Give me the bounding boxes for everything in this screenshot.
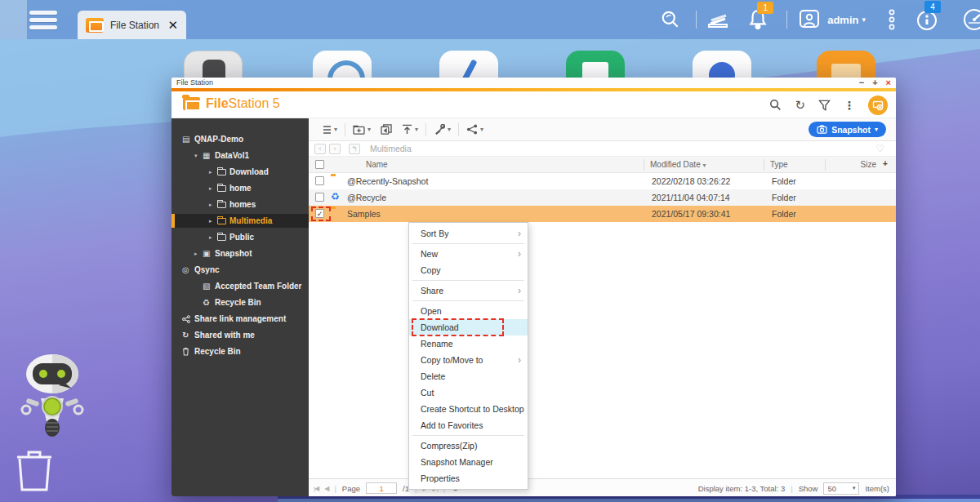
expand-caret-icon[interactable]: ▾ [194, 153, 198, 159]
menu-item-add-to-favorites[interactable]: Add to Favorites [409, 417, 528, 433]
tools-button[interactable]: ▾ [429, 121, 456, 139]
window-search-icon[interactable] [769, 99, 782, 111]
tree-item-download[interactable]: ▸ Download [172, 165, 309, 179]
copy-button[interactable] [376, 121, 397, 139]
column-header-size[interactable]: Size [831, 160, 876, 169]
window-close-button[interactable]: × [886, 78, 891, 87]
menu-item-sort-by[interactable]: Sort By› [409, 225, 528, 242]
view-mode-button[interactable]: ▾ [315, 121, 342, 139]
app-title: FileStation 5 [206, 96, 280, 111]
display-item-info: Display item: 1-3, Total: 3 [698, 484, 785, 493]
tree-item-recycle-bin[interactable]: Recycle Bin [172, 344, 309, 358]
file-row-recently-snapshot[interactable]: @Recently-Snapshot 2022/02/18 03:26:22 F… [309, 173, 896, 189]
tree-item-snapshot[interactable]: ▸ ▣ Snapshot [172, 247, 309, 260]
menu-item-open[interactable]: Open [409, 303, 528, 319]
share-button[interactable]: ▾ [461, 121, 488, 139]
row-checkbox[interactable] [315, 193, 324, 202]
tree-item-qsync[interactable]: ◎ Qsync [172, 263, 309, 277]
breadcrumb-path[interactable]: Multimedia [370, 144, 412, 153]
main-menu-icon[interactable] [29, 11, 57, 29]
file-station-tab[interactable]: File Station ✕ [78, 11, 186, 39]
row-checkbox[interactable] [315, 176, 324, 185]
collapse-caret-icon[interactable]: ▸ [209, 202, 212, 208]
column-header-modified[interactable]: Modified Date ▾ [650, 160, 706, 169]
menu-item-download[interactable]: Download [409, 319, 528, 335]
collapse-caret-icon[interactable]: ▸ [209, 185, 212, 192]
dashboard-gauge-icon[interactable] [960, 7, 980, 33]
favorite-heart-icon[interactable]: ♡ [875, 143, 884, 154]
menu-item-compress-zip[interactable]: Compress(Zip) [409, 438, 528, 454]
menu-item-cut[interactable]: Cut [409, 384, 528, 401]
collapse-caret-icon[interactable]: ▸ [194, 251, 198, 257]
notifications-bell-icon[interactable]: 1 [747, 8, 768, 31]
menu-item-rename[interactable]: Rename [409, 335, 528, 352]
user-avatar-icon[interactable] [797, 8, 822, 31]
select-all-checkbox[interactable] [315, 160, 324, 169]
more-options-icon[interactable] [889, 9, 895, 30]
previous-page-button[interactable]: ◀ [324, 485, 328, 492]
menu-divider [412, 300, 524, 301]
file-row-samples-selected[interactable]: ✓ Samples 2021/05/17 09:30:41 Folder [309, 206, 896, 222]
tree-item-accepted-team-folder[interactable]: ▧ Accepted Team Folder [172, 279, 309, 293]
user-name-label[interactable]: admin [827, 14, 858, 26]
tree-item-share-link-management[interactable]: Share link management [172, 312, 309, 326]
upload-button[interactable]: ▾ [397, 121, 423, 139]
file-row-recycle[interactable]: ♻ @Recycle 2021/11/04 04:07:14 Folder [309, 189, 896, 206]
tree-item-qsync-recycle-bin[interactable]: ♻ Recycle Bin [172, 295, 309, 309]
caret-down-icon: ▾ [415, 126, 418, 133]
tree-item-shared-with-me[interactable]: ↻ Shared with me [172, 328, 309, 342]
file-station-tab-icon [86, 18, 104, 33]
menu-item-new[interactable]: New› [409, 246, 528, 262]
tree-item-qnap-demo[interactable]: ▤ QNAP-Demo [172, 132, 309, 146]
window-more-icon[interactable]: ⋮ [844, 99, 855, 112]
create-folder-button[interactable]: ▾ [348, 121, 376, 139]
first-page-button[interactable]: |◀ [314, 485, 318, 492]
collapse-caret-icon[interactable]: ▸ [209, 218, 212, 224]
tree-item-home[interactable]: ▸ home [172, 181, 309, 195]
shared-with-me-icon: ↻ [182, 331, 189, 340]
window-minimize-button[interactable]: − [859, 78, 864, 87]
nav-up-button[interactable]: ↰ [349, 144, 360, 154]
remote-mount-icon[interactable] [868, 96, 888, 115]
status-bar: |◀ ◀ | Page /1 | ▶ ▶| | ↻ Display item: … [309, 478, 896, 496]
nas-icon: ▤ [182, 135, 189, 144]
recycle-bin-desktop-icon[interactable] [15, 447, 54, 493]
tab-close-icon[interactable]: ✕ [167, 18, 178, 33]
nav-forward-button[interactable]: › [329, 144, 341, 154]
menu-item-properties[interactable]: Properties [409, 470, 528, 486]
menu-item-create-shortcut[interactable]: Create Shortcut to Desktop [409, 401, 528, 417]
column-header-name[interactable]: Name [366, 160, 388, 169]
tree-item-multimedia[interactable]: ▸ Multimedia [172, 214, 309, 228]
collapse-caret-icon[interactable]: ▸ [209, 234, 212, 241]
show-label: Show [799, 484, 818, 493]
page-number-input[interactable] [366, 482, 397, 494]
collapse-caret-icon[interactable]: ▸ [209, 169, 212, 175]
menu-item-share[interactable]: Share› [409, 282, 528, 299]
menu-item-copy-to-move-to[interactable]: Copy to/Move to› [409, 352, 528, 368]
menu-item-snapshot-manager[interactable]: Snapshot Manager [409, 454, 528, 470]
column-divider [764, 159, 764, 171]
column-divider [644, 159, 644, 171]
team-folder-icon: ▧ [203, 282, 210, 291]
toolbar-divider [458, 123, 459, 136]
snapshot-button[interactable]: Snapshot ▾ [808, 122, 886, 137]
window-title-bar[interactable]: File Station − + × [172, 78, 896, 88]
menu-item-delete[interactable]: Delete [409, 368, 528, 384]
tree-item-datavol1[interactable]: ▾ ▦ DataVol1 [172, 149, 309, 162]
window-refresh-icon[interactable]: ↻ [795, 98, 805, 113]
background-tasks-icon[interactable] [706, 9, 729, 30]
search-icon[interactable] [660, 9, 681, 30]
top-bar-divider [696, 11, 697, 29]
tree-item-homes[interactable]: ▸ homes [172, 198, 309, 211]
add-column-button[interactable]: + [883, 159, 888, 168]
tree-item-public[interactable]: ▸ Public [172, 230, 309, 244]
column-header-type[interactable]: Type [770, 160, 788, 169]
page-size-select[interactable]: 50 ▾ [823, 482, 859, 495]
menu-divider [412, 435, 524, 436]
window-filter-icon[interactable] [818, 100, 831, 111]
nav-back-button[interactable]: ‹ [314, 144, 326, 154]
caret-down-icon: ▾ [853, 485, 856, 491]
system-info-icon[interactable]: 4 [915, 7, 939, 32]
window-maximize-button[interactable]: + [872, 78, 877, 87]
menu-item-copy[interactable]: Copy [409, 262, 528, 278]
